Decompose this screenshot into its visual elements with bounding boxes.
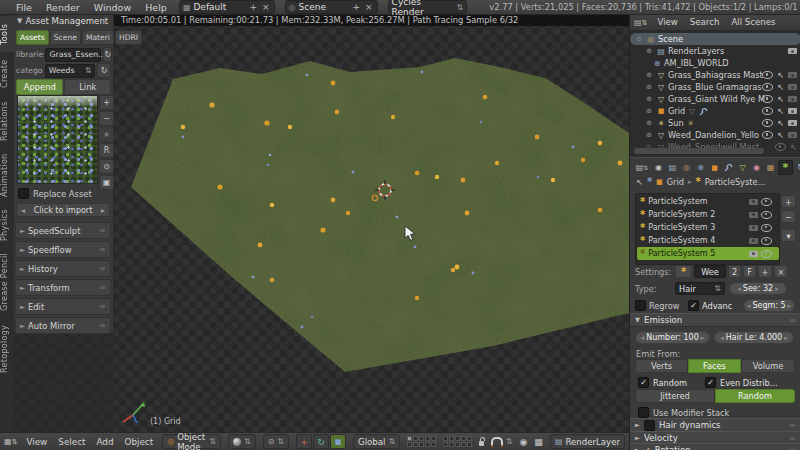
viewport-menu-view[interactable]: View	[24, 437, 49, 447]
outliner-menu-search[interactable]: Search	[688, 17, 722, 27]
particle-system-row[interactable]: * ParticleSystem 4	[637, 234, 779, 247]
renderability-icon[interactable]	[788, 120, 797, 126]
visibility-icon[interactable]	[762, 131, 773, 139]
visibility-icon[interactable]	[762, 107, 773, 115]
grip-icon[interactable]: ≡	[99, 226, 106, 235]
selectability-icon[interactable]: ↖	[777, 119, 784, 128]
preview-zoom-out-button[interactable]: −	[99, 111, 114, 126]
tab-scene[interactable]: ◎	[680, 161, 693, 174]
regrow-checkbox[interactable]	[635, 300, 646, 311]
renderlayer-toggle-icon[interactable]	[788, 48, 797, 54]
import-next-icon[interactable]: ▸	[101, 206, 105, 215]
pivot-point-selector[interactable]: ⊙ ⇅	[263, 434, 289, 449]
tab-object-data[interactable]: ▽	[736, 161, 749, 174]
use-modifier-stack-checkbox[interactable]	[638, 407, 649, 418]
render-toggle-icon[interactable]	[749, 251, 758, 257]
emit-verts-button[interactable]: Verts	[635, 359, 688, 373]
tab-world[interactable]: ⊕	[694, 161, 707, 174]
opengl-animation-icon[interactable]: ▦	[534, 437, 543, 447]
menu-file[interactable]: File	[14, 2, 34, 13]
outliner-row-weed-dandelion[interactable]: ⊕ ▽ Weed_Dandelion_Yello ↖	[630, 129, 800, 141]
selectability-icon[interactable]: ↖	[777, 95, 784, 104]
render-engine-selector[interactable]: Cycles Render ⇅	[388, 0, 468, 14]
tab-render-layers[interactable]: ▤	[666, 161, 679, 174]
breadcrumb-object[interactable]: Grid	[667, 177, 684, 187]
category-dropdown[interactable]: Weeds ⇅	[45, 64, 96, 78]
selectability-icon[interactable]: ↖	[777, 71, 784, 80]
expand-icon[interactable]: ⊕	[646, 95, 654, 103]
grip-icon[interactable]: ≡	[789, 316, 796, 325]
tab-tools[interactable]: Tools	[0, 16, 14, 52]
renderability-icon[interactable]	[788, 72, 797, 78]
tab-grease-pencil[interactable]: Grease Pencil	[0, 248, 14, 316]
even-distribution-checkbox[interactable]: ✓	[705, 377, 716, 388]
viewport-menu-select[interactable]: Select	[56, 437, 87, 447]
particle-specials-button[interactable]: ▾	[781, 229, 796, 242]
remove-particle-system-button[interactable]: −	[781, 210, 796, 223]
selectability-icon[interactable]: ↖	[777, 83, 784, 92]
import-slider[interactable]: ◂ Click to import ▸	[16, 203, 110, 217]
outliner-row-renderlayers[interactable]: ⊕ ▤ RenderLayers	[630, 45, 800, 57]
translate-manipulator-button[interactable]: +	[296, 434, 312, 449]
grip-icon[interactable]: ≡	[789, 446, 796, 450]
new-preview-button[interactable]: ▣	[99, 175, 114, 190]
emit-faces-button[interactable]: Faces	[688, 359, 741, 373]
tab-object[interactable]: ■	[708, 161, 721, 174]
snap-dropdown-icon[interactable]: ⇅	[506, 437, 513, 446]
tab-create[interactable]: Create	[0, 54, 14, 94]
tab-physics[interactable]: Physics	[0, 204, 14, 246]
render-toggle-icon[interactable]	[749, 225, 758, 231]
outliner-row-scene[interactable]: ⊖ ◎ Scene	[630, 33, 800, 45]
render-preview-button[interactable]: R	[99, 143, 114, 158]
grip-icon[interactable]: ≡	[99, 321, 106, 330]
preview-zoom-in-button[interactable]: +	[99, 95, 114, 110]
scene-selector[interactable]: ◎ Scene + ×	[285, 0, 378, 14]
grip-icon[interactable]: ≡	[99, 302, 106, 311]
expand-icon[interactable]: ⊕	[646, 107, 654, 115]
outliner-row-grid[interactable]: ⊕ ■ Grid ▽ ↖	[630, 105, 800, 117]
settings-unlink-button[interactable]: ×	[774, 265, 788, 278]
snap-magnet-icon[interactable]	[491, 437, 503, 446]
visibility-icon[interactable]	[762, 119, 773, 127]
viewport-editor-icon[interactable]: ▦⇅	[4, 437, 17, 446]
expand-icon[interactable]: ⊖	[636, 35, 644, 43]
visibility-icon[interactable]	[761, 250, 772, 258]
outliner-row-grass-giant[interactable]: ⊕ ▽ Grass_Giant Wild Rye M ↖	[630, 93, 800, 105]
expand-icon[interactable]: ⊕	[646, 131, 654, 139]
rotation-panel-header[interactable]: ► ✓ Rotation ≡	[630, 443, 800, 450]
visibility-icon[interactable]	[761, 211, 772, 219]
breadcrumb-data[interactable]: ParticleSyste...	[705, 177, 766, 187]
seed-field[interactable]: ◂See: 32▸	[729, 282, 787, 295]
menu-help[interactable]: Help	[143, 2, 169, 13]
renderability-icon[interactable]	[788, 132, 797, 138]
hair-dynamics-panel-header[interactable]: ► Hair dynamics ≡	[630, 418, 800, 432]
renderability-icon[interactable]	[788, 108, 797, 114]
outliner-row-world[interactable]: ⊕ AM_IBL_WORLD	[630, 57, 800, 69]
expand-icon[interactable]: ⊕	[646, 83, 654, 91]
tab-render[interactable]: ◉	[652, 161, 665, 174]
fake-user-button[interactable]: F	[743, 265, 756, 278]
outliner-display-mode[interactable]: All Scenes	[729, 17, 777, 27]
tab-texture[interactable]: ▦	[764, 161, 777, 174]
layers-grid-right[interactable]	[443, 436, 472, 447]
engine-name[interactable]: Cycles Render	[392, 0, 454, 17]
selectability-icon[interactable]: ↖	[777, 131, 784, 140]
expand-icon[interactable]: ⊕	[646, 71, 654, 79]
grip-icon[interactable]: ≡	[789, 421, 796, 430]
emission-panel-header[interactable]: ▼Emission ≡	[630, 313, 800, 327]
particle-system-row[interactable]: * ParticleSystem 3	[637, 221, 779, 234]
link-button[interactable]: Link	[64, 79, 111, 95]
settings-users-button[interactable]: 2	[728, 265, 741, 278]
grip-icon[interactable]: ≡	[789, 434, 796, 443]
add-particle-system-button[interactable]: +	[781, 195, 796, 208]
scale-manipulator-button[interactable]: ■	[330, 434, 346, 449]
selectability-icon[interactable]: ↖	[790, 143, 797, 152]
asset-management-header[interactable]: ▼ Asset Management	[17, 16, 108, 26]
particle-system-row-active[interactable]: * ParticleSystem 5	[637, 247, 779, 260]
grip-icon[interactable]: ≡	[99, 245, 106, 254]
layout-add-button[interactable]: +	[248, 2, 258, 12]
render-toggle-icon[interactable]	[749, 199, 758, 205]
panel-speedflow[interactable]: ►Speedflow ≡	[15, 241, 111, 258]
layout-selector[interactable]: ▦ Default + ×	[179, 0, 275, 14]
scene-name[interactable]: Scene	[299, 2, 349, 12]
